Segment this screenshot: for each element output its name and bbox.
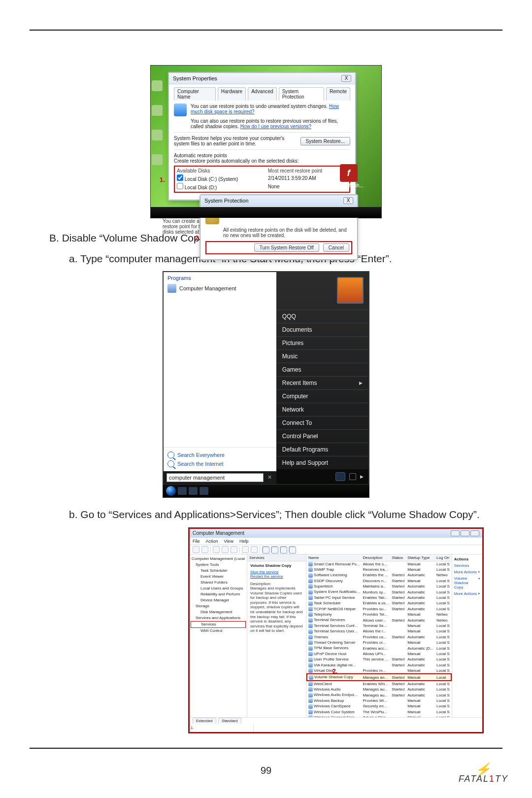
service-row[interactable]: Terminal Services User...Allows the r...…: [307, 628, 451, 634]
quicklaunch-icon[interactable]: [178, 487, 187, 495]
pause-icon[interactable]: [280, 547, 287, 554]
service-row[interactable]: Windows Color SystemThe WcsPlu...ManualL…: [307, 709, 451, 715]
service-row[interactable]: SNMP TrapReceives tra...ManualLocal S: [307, 567, 451, 572]
menu-help[interactable]: Help: [239, 539, 249, 544]
clear-icon[interactable]: ✕: [266, 474, 273, 481]
disk-d-checkbox[interactable]: [177, 183, 183, 189]
service-row[interactable]: User Profile ServiceThis service ...Star…: [307, 657, 451, 662]
service-row[interactable]: Tablet PC Input ServiceEnables Tab...Sta…: [307, 595, 451, 600]
tab-remote[interactable]: Remote: [326, 87, 350, 101]
service-row[interactable]: Windows Connect Now...Act as a Reg...Man…: [307, 715, 451, 717]
tree-node[interactable]: Task Scheduler: [191, 568, 246, 574]
system-restore-button[interactable]: System Restore...: [300, 137, 350, 145]
service-row[interactable]: Software LicensingEnables the ...Started…: [307, 572, 451, 578]
start-menu-item[interactable]: Default Programs: [276, 443, 368, 456]
stop-icon[interactable]: [271, 547, 278, 554]
stop-service-link[interactable]: Stop the service: [250, 570, 303, 574]
menu-action[interactable]: Action: [206, 539, 218, 544]
service-row[interactable]: UPnP Device HostAllows UPn...ManualLocal…: [307, 651, 451, 657]
tree-node[interactable]: Storage: [191, 603, 246, 609]
service-row[interactable]: TelephonyProvides Tel...ManualNetwo: [307, 612, 451, 617]
turn-off-button[interactable]: Turn System Restore Off: [254, 243, 319, 252]
disk-c-checkbox[interactable]: [177, 174, 183, 181]
actions-more[interactable]: More Actions▸: [454, 590, 480, 597]
service-row[interactable]: Windows CardSpaceSecurely en...ManualLoc…: [307, 703, 451, 709]
tab-standard[interactable]: Standard: [218, 718, 241, 724]
service-row[interactable]: Windows Audio Endpoi...Manages au...Star…: [307, 692, 451, 697]
close-icon[interactable]: X: [343, 197, 353, 204]
tree-node[interactable]: Services and Applications: [191, 615, 246, 621]
start-menu-item[interactable]: Computer: [276, 389, 368, 403]
service-row[interactable]: SuperfetchMaintains a...StartedAutomatic…: [307, 584, 451, 589]
sp-link-prevversions[interactable]: How do I use previous versions?: [240, 124, 312, 129]
service-row[interactable]: WebClientEnables Win...StartedAutomaticL…: [307, 681, 451, 687]
tree-node[interactable]: Event Viewer: [191, 574, 246, 580]
tab-advanced[interactable]: Advanced: [248, 87, 276, 101]
service-row[interactable]: Task SchedulerEnables a us...StartedAuto…: [307, 600, 451, 606]
tab-hardware[interactable]: Hardware: [218, 87, 246, 101]
tree-node[interactable]: Disk Management: [191, 609, 246, 615]
toolbar-btn[interactable]: [222, 546, 229, 553]
toolbar-btn[interactable]: [201, 546, 208, 553]
user-avatar[interactable]: [337, 277, 364, 304]
tab-system-protection[interactable]: System Protection: [279, 87, 324, 101]
service-row[interactable]: Smart Card Removal Po...Allows the s...M…: [307, 561, 451, 567]
service-row[interactable]: Windows BackupProvides Wi...ManualLocal …: [307, 698, 451, 703]
program-computer-management[interactable]: Computer Management: [164, 282, 276, 295]
start-menu-item[interactable]: Help and Support: [276, 456, 368, 469]
quicklaunch-icon[interactable]: [189, 487, 198, 495]
lock-icon[interactable]: [349, 473, 356, 480]
menu-file[interactable]: File: [193, 539, 200, 544]
tab-computer-name[interactable]: Computer Name: [174, 87, 216, 101]
play-icon[interactable]: [263, 547, 269, 554]
maximize-icon[interactable]: [461, 530, 469, 536]
power-button-icon[interactable]: [335, 472, 345, 481]
tree-node[interactable]: Shared Folders: [191, 580, 246, 586]
start-orb-icon[interactable]: [166, 486, 176, 496]
service-row[interactable]: Terminal Services Conf...Terminal Se...M…: [307, 623, 451, 628]
quicklaunch-icon[interactable]: [200, 487, 208, 495]
start-menu-item[interactable]: Network: [276, 403, 368, 416]
toolbar-btn[interactable]: [231, 546, 237, 553]
service-row[interactable]: Terminal ServicesAllows user...StartedAu…: [307, 617, 451, 623]
service-row[interactable]: SSDP DiscoveryDiscovers n...StartedManua…: [307, 578, 451, 584]
menu-view[interactable]: View: [224, 539, 233, 544]
tree-node[interactable]: System Tools: [191, 562, 246, 568]
tab-extended[interactable]: Extended: [193, 718, 216, 724]
tree-node[interactable]: Computer Management (Local: [191, 556, 246, 562]
toolbar-btn[interactable]: [193, 546, 200, 553]
start-search-input[interactable]: [166, 473, 264, 482]
search-everywhere-link[interactable]: Search Everywhere: [167, 451, 272, 459]
toolbar-btn[interactable]: [242, 546, 249, 553]
start-menu-item[interactable]: Pictures: [276, 336, 368, 349]
user-name[interactable]: QQQ: [276, 310, 368, 323]
start-menu-item[interactable]: Music: [276, 349, 368, 363]
start-menu-item[interactable]: Games: [276, 363, 368, 376]
search-internet-link[interactable]: Search the Internet: [167, 459, 272, 468]
service-row[interactable]: Volume Shadow CopyManages an...StartedMa…: [307, 674, 451, 680]
close-icon[interactable]: X: [341, 75, 351, 82]
start-menu-item[interactable]: Documents: [276, 323, 368, 336]
tree-node[interactable]: Services: [191, 621, 246, 628]
service-row[interactable]: TCP/IP NetBIOS HelperProvides su...Start…: [307, 606, 451, 612]
toolbar-btn[interactable]: [251, 546, 258, 553]
cancel-button[interactable]: Cancel: [323, 243, 349, 252]
minimize-icon[interactable]: [451, 530, 460, 536]
service-row[interactable]: ThemesProvides us...StartedAutomaticLoca…: [307, 634, 451, 640]
tree-node[interactable]: Device Manager: [191, 597, 246, 603]
restart-service-link[interactable]: Restart the service: [250, 574, 303, 579]
actions-vsc[interactable]: Volume Shadow Copy▴: [454, 575, 480, 590]
start-menu-item[interactable]: Connect To: [276, 416, 368, 429]
tree-node[interactable]: Local Users and Groups: [191, 586, 246, 591]
service-row[interactable]: Virtual DiskProvides m...ManualLocal S: [307, 668, 451, 674]
chevron-right-icon[interactable]: ▶: [360, 474, 364, 479]
services-table[interactable]: NameDescriptionStatusStartup TypeLog OnS…: [306, 555, 452, 717]
flash-installer-icon[interactable]: f: [340, 164, 358, 182]
start-menu-item[interactable]: Control Panel: [276, 429, 368, 443]
service-row[interactable]: VIA Karaoke digital mi...StartedAutomati…: [307, 662, 451, 668]
actions-more[interactable]: More Actions▸: [454, 569, 480, 575]
service-row[interactable]: Thread Ordering ServerProvides or...Manu…: [307, 640, 451, 645]
service-row[interactable]: TPM Base ServicesEnables acc...Automatic…: [307, 645, 451, 651]
restart-icon[interactable]: [289, 547, 296, 554]
actions-services[interactable]: Services: [454, 562, 480, 569]
